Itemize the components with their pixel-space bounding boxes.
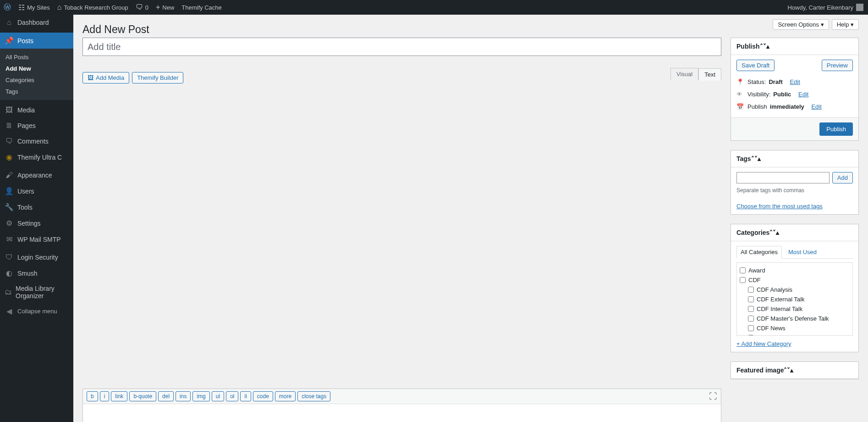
title-input[interactable] [82, 38, 721, 56]
shield-icon: 🛡 [5, 253, 14, 261]
add-tag-button[interactable]: Add [832, 172, 853, 183]
menu-media[interactable]: 🖼Media [0, 102, 73, 118]
menu-media-library-organizer[interactable]: 🗂Media Library Organizer [0, 281, 73, 303]
category-checkbox[interactable] [740, 277, 746, 283]
order-up-icon[interactable]: ˄ [760, 43, 763, 50]
qt-close-tags[interactable]: close tags [297, 391, 330, 401]
order-up-icon[interactable]: ˄ [751, 155, 754, 162]
help-tab[interactable]: Help ▾ [832, 19, 859, 30]
category-list[interactable]: AwardCDFCDF AnalysisCDF External TalkCDF… [736, 262, 853, 336]
menu-users[interactable]: 👤Users [0, 183, 73, 199]
category-item[interactable]: CDF External Talk [739, 294, 851, 304]
qt-ul[interactable]: ul [212, 391, 224, 401]
order-down-icon[interactable]: ˅ [754, 155, 758, 162]
order-down-icon[interactable]: ˅ [763, 43, 766, 50]
key-icon: 📍 [736, 78, 745, 85]
add-new-category-link[interactable]: + Add New Category [736, 340, 791, 347]
category-item[interactable]: CDF [739, 275, 851, 285]
category-checkbox[interactable] [748, 306, 754, 312]
content-textarea[interactable] [83, 404, 721, 422]
qt-ins[interactable]: ins [176, 391, 191, 401]
qt-img[interactable]: img [192, 391, 209, 401]
menu-label: Users [17, 188, 34, 195]
fullscreen-icon[interactable]: ⛶ [709, 392, 717, 401]
schedule-row: 📅Publish immediately Edit [736, 100, 853, 113]
qt-more[interactable]: more [275, 391, 296, 401]
submenu-all-posts[interactable]: All Posts [0, 51, 73, 63]
category-item[interactable]: CDF Master's Defense Talk [739, 314, 851, 323]
featured-title: Featured image [736, 366, 784, 374]
edit-status-link[interactable]: Edit [790, 78, 800, 85]
comments-link[interactable]: 🗨0 [132, 0, 152, 15]
menu-appearance[interactable]: 🖌Appearance [0, 167, 73, 183]
tags-input[interactable] [736, 172, 830, 183]
menu-posts[interactable]: 📌Posts [0, 33, 73, 49]
save-draft-button[interactable]: Save Draft [736, 60, 775, 71]
menu-smush[interactable]: ◐Smush [0, 265, 73, 281]
menu-comments[interactable]: 🗨Comments [0, 133, 73, 149]
toggle-icon[interactable]: ▴ [776, 229, 779, 236]
qt-ol[interactable]: ol [226, 391, 238, 401]
publish-button[interactable]: Publish [819, 122, 853, 136]
choose-tags-link[interactable]: Choose from the most used tags [736, 203, 823, 210]
tab-text[interactable]: Text [698, 68, 721, 81]
category-checkbox[interactable] [748, 316, 754, 322]
tab-most-used[interactable]: Most Used [786, 246, 819, 258]
category-label: CDF News [757, 325, 786, 332]
submenu-add-new[interactable]: Add New [0, 63, 73, 74]
category-item[interactable]: CDF News [739, 323, 851, 333]
category-item[interactable]: CDF Paper [739, 333, 851, 336]
add-media-button[interactable]: 🖼Add Media [82, 72, 129, 83]
menu-themify-ultra[interactable]: ◉Themify Ultra C [0, 149, 73, 165]
toggle-icon[interactable]: ▴ [766, 43, 769, 50]
tab-all-categories[interactable]: All Categories [736, 246, 782, 259]
menu-login-security[interactable]: 🛡Login Security [0, 250, 73, 265]
submenu-tags[interactable]: Tags [0, 86, 73, 97]
menu-dashboard[interactable]: ⌂Dashboard [0, 15, 73, 30]
screen-options-tab[interactable]: Screen Options ▾ [773, 19, 829, 30]
site-name[interactable]: ⌂Toback Research Group [54, 0, 132, 15]
category-label: CDF Analysis [757, 286, 792, 293]
qt-i[interactable]: i [100, 391, 110, 401]
category-label: CDF Master's Defense Talk [757, 315, 829, 322]
themify-cache[interactable]: Themify Cache [178, 0, 225, 15]
toggle-icon[interactable]: ▴ [790, 366, 793, 374]
category-item[interactable]: CDF Analysis [739, 285, 851, 294]
menu-label: Appearance [17, 172, 52, 179]
qt-li[interactable]: li [240, 391, 251, 401]
category-checkbox[interactable] [748, 335, 754, 336]
menu-pages[interactable]: 🗎Pages [0, 118, 73, 133]
category-checkbox[interactable] [748, 296, 754, 302]
qt-b[interactable]: b [87, 391, 98, 401]
edit-visibility-link[interactable]: Edit [798, 91, 808, 98]
category-item[interactable]: Award [739, 266, 851, 275]
submenu-categories[interactable]: Categories [0, 74, 73, 86]
user-greeting[interactable]: Howdy, Carter Eikenbary [787, 4, 868, 11]
edit-schedule-link[interactable]: Edit [811, 103, 821, 110]
tab-visual[interactable]: Visual [670, 68, 698, 80]
qt-link[interactable]: link [111, 391, 127, 401]
qt-code[interactable]: code [253, 391, 273, 401]
avatar [856, 4, 863, 11]
menu-settings[interactable]: ⚙Settings [0, 215, 73, 231]
category-item[interactable]: CDF Internal Talk [739, 304, 851, 314]
category-checkbox[interactable] [748, 287, 754, 293]
wp-logo[interactable]: ⓦ [0, 0, 15, 15]
qt-del[interactable]: del [158, 391, 174, 401]
pages-icon: 🗎 [5, 122, 14, 130]
smush-icon: ◐ [5, 269, 14, 278]
qt-b-quote[interactable]: b-quote [129, 391, 156, 401]
menu-label: Dashboard [17, 19, 49, 26]
menu-tools[interactable]: 🔧Tools [0, 199, 73, 215]
category-checkbox[interactable] [740, 267, 746, 273]
menu-wp-mail[interactable]: ✉WP Mail SMTP [0, 231, 73, 247]
admin-menu: ⌂Dashboard 📌Posts All Posts Add New Cate… [0, 15, 73, 422]
themify-builder-button[interactable]: Themify Builder [132, 72, 183, 83]
category-checkbox[interactable] [748, 325, 754, 331]
my-sites[interactable]: ☷My Sites [15, 0, 54, 15]
toggle-icon[interactable]: ▴ [758, 155, 761, 162]
menu-label: Settings [17, 220, 41, 227]
new-content[interactable]: +New [152, 0, 178, 15]
preview-button[interactable]: Preview [822, 60, 853, 71]
collapse-menu[interactable]: ◀Collapse menu [0, 303, 73, 319]
